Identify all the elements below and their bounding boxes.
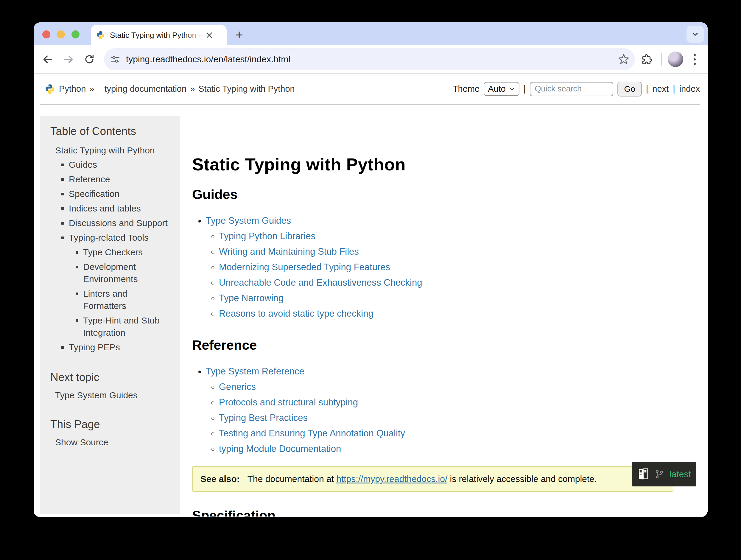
breadcrumb-project-link[interactable]: typing documentation (104, 84, 187, 94)
reload-button[interactable] (81, 51, 98, 68)
site-settings-icon[interactable] (109, 53, 122, 66)
select-chevron-icon (509, 86, 515, 92)
main-content: Static Typing with Python Guides Type Sy… (192, 105, 673, 516)
page-title: Static Typing with Python (192, 154, 673, 174)
toc-item[interactable]: Indices and tables (69, 202, 173, 214)
profile-avatar[interactable] (668, 52, 683, 67)
reference-list: Type System Reference Generics Protocols… (192, 364, 673, 457)
desktop-background: Static Typing with Python — ty + (0, 0, 741, 560)
list-item: Typing Best Practices (219, 410, 673, 426)
git-branch-icon (655, 469, 664, 480)
section-heading-reference: Reference (192, 337, 673, 353)
toc-item[interactable]: Specification (69, 188, 173, 200)
header-pipe: | (524, 84, 526, 94)
breadcrumb-separator: » (190, 84, 195, 94)
toc-title: Table of Contents (50, 125, 173, 138)
doc-link[interactable]: Type System Guides (206, 215, 291, 226)
tab-strip: Static Typing with Python — ty + (33, 22, 708, 45)
this-page-title: This Page (50, 418, 173, 431)
doc-link[interactable]: Protocols and structural subtyping (219, 397, 358, 408)
doc-link[interactable]: Unreachable Code and Exhaustiveness Chec… (219, 277, 422, 288)
back-button[interactable] (39, 51, 56, 68)
list-item: Type System Reference Generics Protocols… (206, 364, 673, 457)
doc-link[interactable]: Writing and Maintaining Stub Files (219, 246, 359, 257)
list-item: Modernizing Superseded Typing Features (219, 259, 673, 275)
list-item: Reasons to avoid static type checking (219, 306, 673, 321)
list-item: Protocols and structural subtyping (219, 395, 673, 410)
guides-list: Type System Guides Typing Python Librari… (192, 213, 673, 321)
toc-item[interactable]: Discussions and Support (69, 217, 173, 229)
guides-sublist: Typing Python Libraries Writing and Main… (206, 229, 673, 321)
readthedocs-flyout[interactable]: latest (632, 462, 696, 486)
toc-item[interactable]: Guides (69, 159, 173, 171)
list-item: Type System Guides Typing Python Librari… (206, 213, 673, 321)
doc-link[interactable]: Typing Best Practices (219, 413, 308, 423)
docs-page: Python » typing documentation » Static T… (33, 74, 708, 516)
seealso-label: See also: (200, 474, 240, 484)
tab-title: Static Typing with Python — ty (110, 31, 204, 40)
index-link[interactable]: index (679, 84, 700, 94)
list-item: Writing and Maintaining Stub Files (219, 244, 673, 259)
zoom-window-button[interactable] (71, 30, 79, 39)
next-page-link[interactable]: next (652, 84, 669, 94)
mypy-docs-link[interactable]: https://mypy.readthedocs.io/ (336, 474, 447, 484)
seealso-text-pre: The documentation at (248, 474, 337, 484)
address-bar[interactable]: typing.readthedocs.io/en/latest/index.ht… (104, 48, 635, 70)
toc-list: Guides Reference Specification Indices a… (50, 159, 173, 353)
browser-window: Static Typing with Python — ty + (33, 22, 708, 517)
seealso-admonition: See also:The documentation at https://my… (192, 466, 673, 492)
doc-link[interactable]: Modernizing Superseded Typing Features (219, 262, 390, 272)
breadcrumb-current-page: Static Typing with Python (198, 84, 294, 94)
doc-link[interactable]: Testing and Ensuring Type Annotation Qua… (219, 428, 405, 438)
new-tab-button[interactable]: + (231, 27, 247, 43)
doc-link[interactable]: Typing Python Libraries (219, 231, 316, 241)
sidebar: Table of Contents Static Typing with Pyt… (40, 116, 180, 514)
toc-subitem[interactable]: Type Checkers (83, 246, 173, 258)
breadcrumb: Python » typing documentation » Static T… (45, 84, 453, 95)
extensions-icon[interactable] (638, 51, 656, 68)
toc-subitem[interactable]: Development Environments (83, 261, 173, 285)
breadcrumb-python-link[interactable]: Python (59, 84, 86, 94)
section-heading-specification: Specification (192, 508, 673, 516)
toc-root-link[interactable]: Static Typing with Python (55, 145, 173, 155)
minimize-window-button[interactable] (57, 30, 65, 39)
list-item: Typing Python Libraries (219, 229, 673, 244)
window-controls (42, 30, 79, 39)
theme-select[interactable]: Auto (484, 82, 520, 96)
section-heading-guides: Guides (192, 187, 673, 202)
next-topic-link[interactable]: Type System Guides (55, 390, 173, 400)
bookmark-star-icon[interactable] (617, 53, 630, 66)
list-item: typing Module Documentation (219, 441, 673, 457)
search-go-button[interactable]: Go (617, 82, 642, 97)
version-badge[interactable]: latest (670, 469, 691, 479)
toc-subitem[interactable]: Type-Hint and Stub Integration (83, 314, 173, 339)
list-item: Generics (219, 379, 673, 395)
doc-link[interactable]: Type System Reference (206, 366, 305, 376)
header-pipe: | (673, 84, 675, 94)
url-text[interactable]: typing.readthedocs.io/en/latest/index.ht… (126, 54, 617, 64)
show-source-link[interactable]: Show Source (55, 437, 173, 447)
doc-link[interactable]: Type Narrowing (219, 293, 283, 303)
doc-link[interactable]: Reasons to avoid static type checking (219, 308, 374, 319)
tab-search-button[interactable] (686, 25, 704, 43)
toc-item[interactable]: Typing PEPs (69, 341, 173, 353)
close-window-button[interactable] (42, 30, 50, 39)
reference-sublist: Generics Protocols and structural subtyp… (206, 379, 673, 457)
toc-subitem[interactable]: Linters and Formatters (83, 288, 173, 312)
theme-label: Theme (453, 84, 479, 94)
doc-link[interactable]: typing Module Documentation (219, 443, 341, 454)
toc-sublist: Type Checkers Development Environments L… (69, 246, 173, 339)
seealso-text-post: is relatively accessible and complete. (447, 474, 597, 484)
browser-menu-icon[interactable] (686, 51, 703, 68)
toc-item[interactable]: Typing-related Tools Type Checkers Devel… (69, 232, 173, 339)
browser-tab[interactable]: Static Typing with Python — ty (91, 25, 227, 45)
tab-close-icon[interactable] (204, 30, 215, 41)
book-icon (637, 468, 649, 481)
browser-toolbar: typing.readthedocs.io/en/latest/index.ht… (33, 45, 708, 74)
toc-item[interactable]: Reference (69, 173, 173, 185)
quick-search-input[interactable] (530, 82, 613, 96)
toc-item-label[interactable]: Typing-related Tools (69, 233, 149, 243)
forward-button[interactable] (60, 51, 77, 68)
doc-link[interactable]: Generics (219, 382, 256, 392)
list-item: Type Narrowing (219, 291, 673, 306)
